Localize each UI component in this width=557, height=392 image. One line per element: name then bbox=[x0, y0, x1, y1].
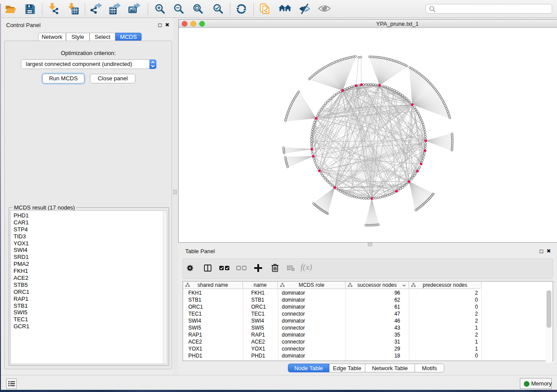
svg-text:f(x): f(x) bbox=[301, 264, 312, 272]
